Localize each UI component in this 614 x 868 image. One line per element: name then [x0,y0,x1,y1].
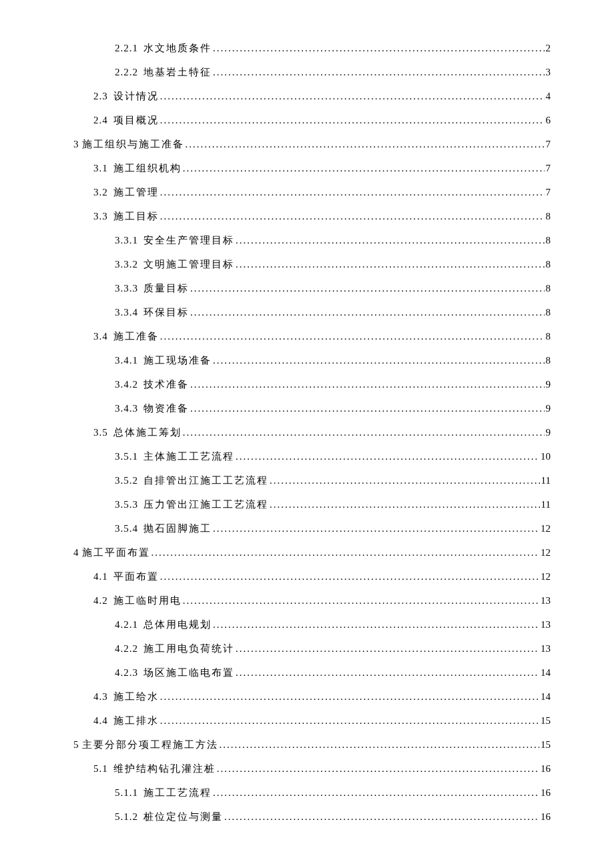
toc-entry[interactable]: 4.2施工临时用电13 [73,592,551,608]
toc-entry[interactable]: 2.2.2地基岩土特征3 [73,64,551,80]
toc-section-title: 施工准备 [113,328,159,344]
toc-entry[interactable]: 3.5.3压力管出江施工工艺流程11 [73,496,551,512]
toc-page-number: 8 [546,232,551,248]
toc-section-number: 3.3.3 [115,280,138,296]
toc-section-number: 4.1 [93,568,108,584]
toc-page-number: 11 [541,472,551,488]
toc-entry[interactable]: 4.2.3场区施工临电布置14 [73,665,551,681]
toc-section-number: 4.2.3 [115,665,138,681]
toc-page-number: 8 [546,256,551,272]
toc-leader-dots [160,208,545,224]
toc-entry[interactable]: 4.2.1总体用电规划13 [73,616,551,632]
toc-entry[interactable]: 3.4.1施工现场准备8 [73,352,551,368]
toc-section-number: 4.2.1 [115,616,138,632]
toc-section-title: 施工组织与施工准备 [82,136,184,152]
toc-entry[interactable]: 4.2.2施工用电负荷统计13 [73,640,551,657]
toc-leader-dots [236,640,539,657]
toc-leader-dots [224,809,539,825]
toc-leader-dots [217,761,539,777]
toc-entry[interactable]: 5.1维护结构钻孔灌注桩16 [73,761,551,777]
toc-entry[interactable]: 3.2施工管理7 [73,184,551,200]
toc-section-title: 施工平面布置 [82,544,150,560]
toc-section-number: 3.3.2 [115,256,138,272]
toc-leader-dots [213,64,545,80]
toc-section-number: 3.4.3 [115,400,138,416]
toc-entry[interactable]: 2.3设计情况4 [73,88,551,104]
toc-leader-dots [236,256,545,272]
toc-entry[interactable]: 3.3施工目标8 [73,208,551,224]
toc-entry[interactable]: 3.5.1主体施工工艺流程10 [73,448,551,464]
toc-page-number: 11 [541,496,551,512]
toc-leader-dots [160,328,545,344]
toc-entry[interactable]: 5主要分部分项工程施工方法15 [73,737,551,753]
toc-page-number: 9 [546,400,551,416]
toc-entry[interactable]: 4施工平面布置12 [73,544,551,560]
toc-page-number: 9 [546,424,551,440]
toc-section-title: 施工管理 [113,184,159,200]
toc-entry[interactable]: 3.4施工准备8 [73,328,551,344]
toc-section-title: 施工现场准备 [143,352,212,368]
toc-entry[interactable]: 3.4.2技术准备9 [73,376,551,392]
toc-leader-dots [186,136,545,152]
toc-section-number: 3.1 [93,160,108,176]
toc-leader-dots [190,304,545,320]
toc-section-number: 3.4 [93,328,108,344]
toc-page-number: 8 [546,208,551,224]
toc-leader-dots [190,376,545,392]
toc-page-number: 15 [541,713,551,729]
toc-entry[interactable]: 4.4施工排水15 [73,713,551,729]
toc-section-title: 安全生产管理目标 [143,232,234,248]
toc-section-number: 3.3.4 [115,304,138,320]
toc-section-number: 2.2.2 [115,64,138,80]
toc-entry[interactable]: 4.3施工给水14 [73,689,551,705]
toc-page-number: 2 [546,40,551,56]
toc-entry[interactable]: 2.4项目概况6 [73,112,551,128]
toc-entry[interactable]: 3.4.3物资准备9 [73,400,551,416]
toc-entry[interactable]: 3.5总体施工筹划9 [73,424,551,440]
toc-section-number: 5 [73,737,79,753]
toc-entry[interactable]: 5.1.1施工工艺流程16 [73,785,551,801]
toc-section-number: 3.5.2 [115,472,138,488]
toc-entry[interactable]: 2.2.1水文地质条件2 [73,40,551,56]
toc-section-title: 抛石固脚施工 [143,520,212,536]
toc-leader-dots [160,88,545,104]
toc-entry[interactable]: 3.3.1安全生产管理目标8 [73,232,551,248]
toc-leader-dots [270,496,540,512]
toc-entry[interactable]: 3.1施工组织机构7 [73,160,551,176]
toc-section-title: 主要分部分项工程施工方法 [82,737,218,753]
toc-section-title: 总体用电规划 [143,616,212,632]
toc-section-title: 施工排水 [113,713,159,729]
toc-section-number: 4.3 [93,689,108,705]
toc-leader-dots [183,592,539,608]
toc-page-number: 8 [546,328,551,344]
toc-page-number: 16 [541,809,551,825]
toc-page-number: 7 [546,136,551,152]
toc-section-number: 3 [73,136,79,152]
toc-section-title: 施工临时用电 [113,592,182,608]
toc-section-number: 4.4 [93,713,108,729]
toc-section-number: 5.1 [93,761,108,777]
toc-entry[interactable]: 3.3.2文明施工管理目标8 [73,256,551,272]
toc-section-title: 施工组织机构 [113,160,182,176]
toc-entry[interactable]: 3.3.3质量目标8 [73,280,551,296]
toc-entry[interactable]: 3.5.4抛石固脚施工12 [73,520,551,536]
toc-section-number: 3.5 [93,424,108,440]
toc-leader-dots [160,713,539,729]
toc-section-number: 3.5.1 [115,448,138,464]
toc-page-number: 12 [541,568,551,584]
toc-leader-dots [213,616,539,632]
toc-section-number: 4.2 [93,592,108,608]
toc-page-number: 13 [541,640,551,657]
toc-page-number: 13 [541,616,551,632]
toc-section-title: 项目概况 [113,112,159,128]
toc-entry[interactable]: 3.3.4环保目标8 [73,304,551,320]
toc-entry[interactable]: 3施工组织与施工准备7 [73,136,551,152]
toc-entry[interactable]: 5.1.2桩位定位与测量16 [73,809,551,825]
toc-section-number: 5.1.2 [115,809,138,825]
toc-entry[interactable]: 3.5.2自排管出江施工工艺流程11 [73,472,551,488]
toc-page-number: 4 [546,88,551,104]
toc-leader-dots [190,400,545,416]
toc-page-number: 16 [541,761,551,777]
toc-entry[interactable]: 4.1平面布置12 [73,568,551,584]
toc-leader-dots [160,568,539,584]
